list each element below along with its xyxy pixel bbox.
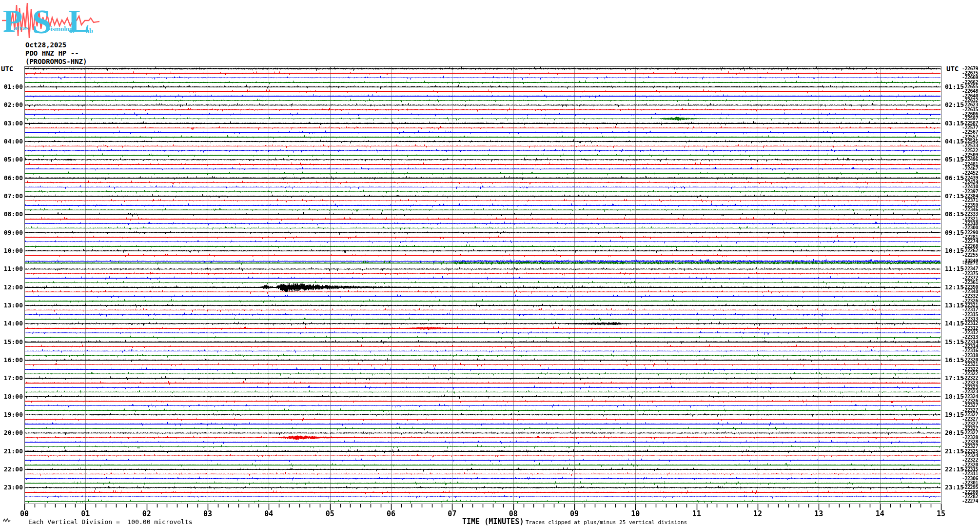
x-tick-label: 15 xyxy=(931,510,951,518)
x-tick-label: 12 xyxy=(748,510,767,518)
x-tick-label: 09 xyxy=(565,510,584,518)
x-tick-label: 08 xyxy=(504,510,523,518)
hour-label-right: 11:15 xyxy=(945,265,964,272)
x-tick-label: 10 xyxy=(626,510,645,518)
hour-label-right: 22:15 xyxy=(945,466,964,473)
hour-label-right: 05:15 xyxy=(945,156,964,163)
x-tick-label: 14 xyxy=(870,510,890,518)
hour-label-right: 14:15 xyxy=(945,320,964,327)
x-tick-label: 13 xyxy=(809,510,828,518)
tiny-wave-mark xyxy=(3,517,11,523)
trace-offset-value: -22255 xyxy=(962,253,978,258)
x-tick-label: 05 xyxy=(320,510,340,518)
hour-label-left: 21:00 xyxy=(0,448,23,455)
trace-offset-value: -22271 xyxy=(962,261,978,265)
hour-label-right: 06:15 xyxy=(945,175,964,182)
hour-label-left: 13:00 xyxy=(0,302,23,309)
hour-label-left: 23:00 xyxy=(0,484,23,491)
x-tick-label: 11 xyxy=(687,510,706,518)
hour-label-left: 10:00 xyxy=(0,247,23,254)
hour-label-right: 10:15 xyxy=(945,247,964,254)
helicorder-plot xyxy=(0,0,980,527)
hour-label-left: 07:00 xyxy=(0,193,23,200)
hour-label-right: 15:15 xyxy=(945,339,964,345)
hour-label-right: 17:15 xyxy=(945,375,964,382)
hour-label-right: 18:15 xyxy=(945,393,964,400)
hour-label-left: 05:00 xyxy=(0,156,23,163)
x-tick-label: 00 xyxy=(15,510,34,518)
hour-label-left: 06:00 xyxy=(0,175,23,182)
hour-label-left: 01:00 xyxy=(0,83,23,90)
x-tick-label: 01 xyxy=(76,510,95,518)
hour-label-right: 07:15 xyxy=(945,193,964,200)
hour-label-right: 04:15 xyxy=(945,138,964,145)
hour-label-left: 14:00 xyxy=(0,320,23,327)
hour-label-right: 16:15 xyxy=(945,357,964,364)
hour-label-right: 03:15 xyxy=(945,120,964,127)
x-tick-label: 03 xyxy=(198,510,217,518)
x-tick-label: 04 xyxy=(259,510,278,518)
scale-note: Each Vertical Division = 100.00 microvol… xyxy=(28,518,193,526)
hour-label-right: 02:15 xyxy=(945,101,964,108)
hour-label-left: 08:00 xyxy=(0,211,23,218)
hour-label-right: 12:15 xyxy=(945,284,964,291)
hour-label-left: 11:00 xyxy=(0,265,23,272)
x-tick-label: 02 xyxy=(137,510,157,518)
helicorder-page: P atras S eismology L ab Oct28,2025 PDO … xyxy=(0,0,980,527)
hour-label-left: 04:00 xyxy=(0,138,23,145)
hour-label-left: 09:00 xyxy=(0,229,23,236)
hour-label-right: 08:15 xyxy=(945,211,964,218)
hour-label-right: 09:15 xyxy=(945,229,964,236)
hour-label-left: 18:00 xyxy=(0,393,23,400)
hour-label-right: 13:15 xyxy=(945,302,964,309)
x-tick-label: 07 xyxy=(442,510,462,518)
hour-label-right: 20:15 xyxy=(945,429,964,436)
hour-label-right: 01:15 xyxy=(945,83,964,90)
hour-label-left: 03:00 xyxy=(0,120,23,127)
hour-label-left: 15:00 xyxy=(0,339,23,345)
hour-label-left: 20:00 xyxy=(0,429,23,436)
hour-label-left: 19:00 xyxy=(0,411,23,418)
x-tick-label: 06 xyxy=(381,510,401,518)
hour-label-left: 12:00 xyxy=(0,284,23,291)
x-axis-title: TIME (MINUTES) xyxy=(462,517,524,526)
hour-label-right: 21:15 xyxy=(945,448,964,455)
hour-label-right: 23:15 xyxy=(945,484,964,491)
hour-label-left: 22:00 xyxy=(0,466,23,473)
hour-label-left: 17:00 xyxy=(0,375,23,382)
trace-offset-value: -22274 xyxy=(962,499,978,504)
hour-label-left: 02:00 xyxy=(0,101,23,108)
hour-label-right: 19:15 xyxy=(945,411,964,418)
hour-label-left: 16:00 xyxy=(0,357,23,364)
clip-note: Traces clipped at plus/minus 25 vertical… xyxy=(526,519,687,526)
